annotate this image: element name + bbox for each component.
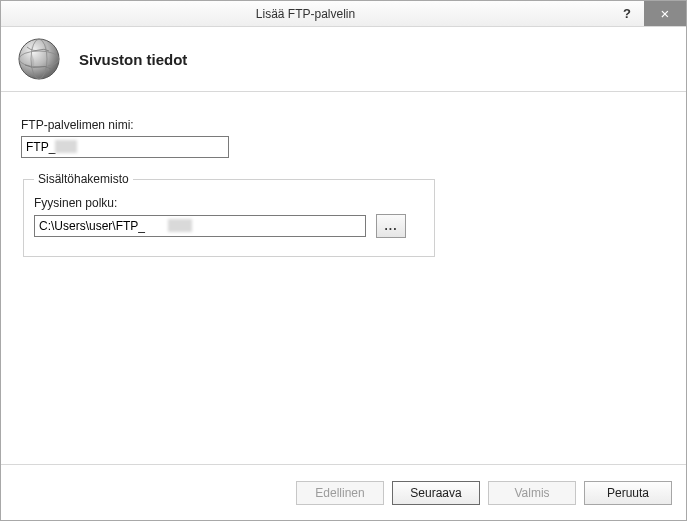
svg-point-0 (19, 39, 59, 79)
physical-path-label: Fyysinen polku: (34, 196, 424, 210)
page-title: Sivuston tiedot (79, 51, 187, 68)
titlebar-buttons: ? × (610, 1, 686, 26)
wizard-footer: Edellinen Seuraava Valmis Peruuta (1, 464, 686, 520)
wizard-header: Sivuston tiedot (1, 27, 686, 92)
window-title: Lisää FTP-palvelin (1, 7, 610, 21)
wizard-body: FTP-palvelimen nimi: Sisältöhakemisto Fy… (1, 92, 686, 464)
previous-button: Edellinen (296, 481, 384, 505)
close-button[interactable]: × (644, 1, 686, 26)
redaction-overlay (168, 219, 192, 232)
physical-path-input[interactable] (34, 215, 366, 237)
finish-button: Valmis (488, 481, 576, 505)
titlebar: Lisää FTP-palvelin ? × (1, 1, 686, 27)
content-directory-group: Sisältöhakemisto Fyysinen polku: ... (23, 172, 435, 257)
next-button[interactable]: Seuraava (392, 481, 480, 505)
dialog-window: Lisää FTP-palvelin ? × Sivuston tiedot (0, 0, 687, 521)
globe-icon (15, 35, 63, 83)
content-directory-legend: Sisältöhakemisto (34, 172, 133, 186)
help-button[interactable]: ? (610, 1, 644, 26)
browse-button[interactable]: ... (376, 214, 406, 238)
server-name-label: FTP-palvelimen nimi: (21, 118, 666, 132)
server-name-input[interactable] (21, 136, 229, 158)
cancel-button[interactable]: Peruuta (584, 481, 672, 505)
redaction-overlay (55, 140, 77, 153)
